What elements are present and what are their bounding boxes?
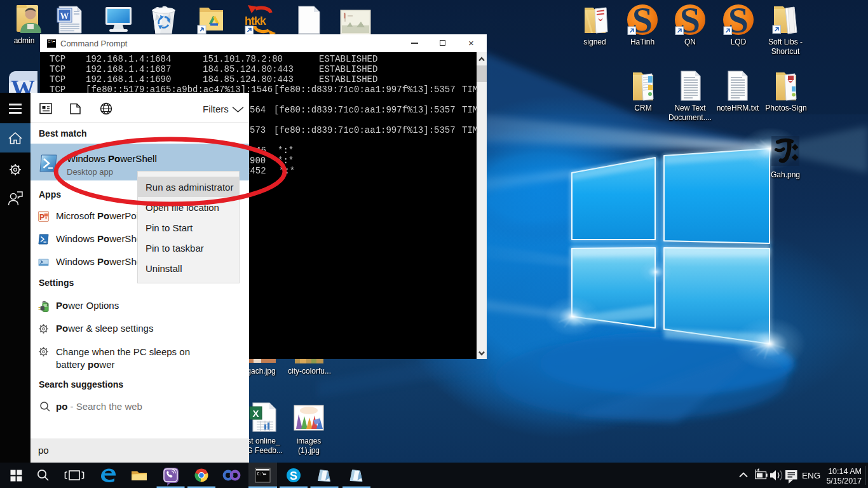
svg-text:X: X <box>252 408 259 419</box>
svg-text:htkk: htkk <box>245 15 267 27</box>
svg-text:W: W <box>60 11 69 21</box>
svg-text:S: S <box>290 470 297 482</box>
svg-text:P: P <box>39 213 44 222</box>
svg-text:ENG: ENG <box>802 471 820 480</box>
svg-text:5/15/2017: 5/15/2017 <box>826 477 862 485</box>
svg-text:10:14 AM: 10:14 AM <box>828 467 862 476</box>
